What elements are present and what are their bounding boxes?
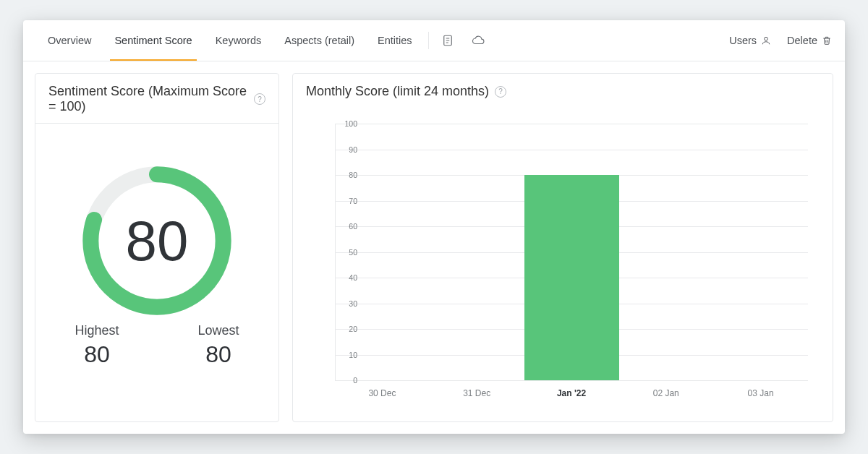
gauge-value: 80 bbox=[77, 161, 237, 320]
users-label: Users bbox=[729, 35, 757, 46]
x-tick-label: 02 Jan bbox=[618, 381, 713, 410]
cloud-icon[interactable] bbox=[469, 32, 487, 49]
lowest-label: Lowest bbox=[197, 323, 239, 338]
highest-label: Highest bbox=[75, 323, 119, 338]
users-button[interactable]: Users bbox=[729, 35, 771, 46]
delete-button[interactable]: Delete bbox=[787, 35, 832, 46]
tab-strip: Overview Sentiment Score Keywords Aspect… bbox=[36, 20, 424, 61]
high-low-row: Highest 80 Lowest 80 bbox=[28, 320, 286, 384]
help-icon[interactable]: ? bbox=[254, 93, 265, 105]
tab-overview[interactable]: Overview bbox=[36, 20, 103, 61]
sentiment-score-title-text: Sentiment Score (Maximum Score = 100) bbox=[48, 84, 248, 114]
gauge-area: 80 Highest 80 Lowest 80 bbox=[35, 124, 278, 421]
svg-point-4 bbox=[765, 37, 768, 40]
sentiment-score-card: Sentiment Score (Maximum Score = 100) ? … bbox=[35, 73, 279, 422]
bar-slot bbox=[336, 124, 430, 380]
topbar-extra-icons bbox=[428, 32, 487, 49]
trash-icon bbox=[822, 35, 832, 46]
highest-value: 80 bbox=[84, 341, 110, 368]
x-tick-label: 03 Jan bbox=[713, 381, 808, 410]
user-icon bbox=[761, 35, 771, 46]
tab-keywords[interactable]: Keywords bbox=[204, 20, 273, 61]
bar[interactable] bbox=[524, 175, 619, 380]
monthly-bar-chart: 0102030405060708090100 30 Dec31 DecJan '… bbox=[300, 121, 815, 410]
lowest-col: Lowest 80 bbox=[197, 323, 239, 368]
delete-label: Delete bbox=[787, 35, 817, 46]
topbar-actions: Users Delete bbox=[729, 35, 832, 46]
document-icon[interactable] bbox=[439, 32, 456, 49]
help-icon[interactable]: ? bbox=[495, 86, 506, 98]
sentiment-score-title: Sentiment Score (Maximum Score = 100) ? bbox=[35, 74, 278, 124]
tab-sentiment-score[interactable]: Sentiment Score bbox=[103, 20, 203, 61]
bar-slot bbox=[524, 124, 619, 380]
highest-col: Highest 80 bbox=[75, 323, 119, 368]
monthly-score-card: Monthly Score (limit 24 months) ? 010203… bbox=[292, 73, 833, 422]
tab-entities[interactable]: Entities bbox=[366, 20, 424, 61]
tab-aspects-retail[interactable]: Aspects (retail) bbox=[273, 20, 366, 61]
bar-slot bbox=[713, 124, 808, 380]
sentiment-gauge: 80 bbox=[77, 161, 237, 320]
bar-slot bbox=[430, 124, 525, 380]
x-tick-label: 30 Dec bbox=[335, 381, 430, 410]
content-body: Sentiment Score (Maximum Score = 100) ? … bbox=[23, 61, 845, 434]
x-tick-label: 31 Dec bbox=[430, 381, 524, 410]
app-window: Overview Sentiment Score Keywords Aspect… bbox=[23, 20, 845, 434]
x-tick-label: Jan '22 bbox=[524, 381, 619, 410]
monthly-score-title-text: Monthly Score (limit 24 months) bbox=[306, 84, 489, 99]
top-bar: Overview Sentiment Score Keywords Aspect… bbox=[23, 20, 845, 61]
monthly-score-title: Monthly Score (limit 24 months) ? bbox=[293, 74, 833, 108]
bar-slot bbox=[619, 124, 714, 380]
lowest-value: 80 bbox=[205, 341, 231, 368]
monthly-chart-body: 0102030405060708090100 30 Dec31 DecJan '… bbox=[293, 108, 833, 421]
